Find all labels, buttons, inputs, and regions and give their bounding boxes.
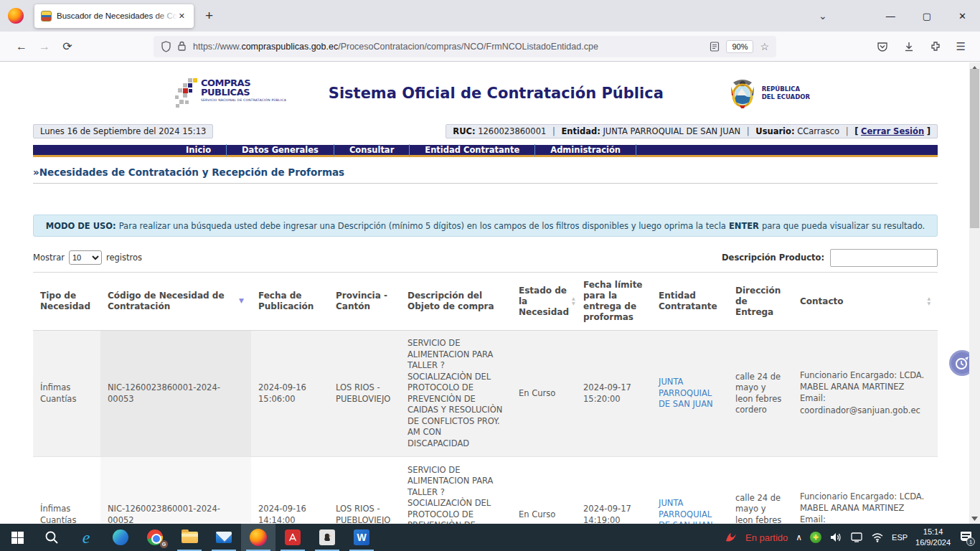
file-explorer-button[interactable] [172,524,207,551]
gov-line1: REPÚBLICA [762,85,810,93]
antivirus-tray-icon[interactable]: ✚ [810,532,821,543]
nav-item-administracion[interactable]: Administración [535,144,636,156]
product-description-label: Descripción Producto: [722,253,824,263]
system-tray: En partido ∧ ✚ ESP 15:14 16/9/2024 1 [725,527,980,548]
cell-codigo: NIC-1260023860001-2024-00053 [100,331,251,457]
pocket-icon[interactable] [877,41,888,52]
system-title: Sistema Oficial de Contratación Pública [286,85,727,102]
col-header-tipo[interactable]: Tipo de Necesidad [33,272,100,331]
col-header-codigo[interactable]: Código de Necesidad de Contratación▼ [100,272,251,331]
datetime-box: Lunes 16 de Septiembre del 2024 15:13 [33,124,213,138]
active-tab[interactable]: Buscador de Necesidades de Co ✕ [34,4,194,28]
windows-logo-icon [11,532,24,544]
cast-icon[interactable] [850,532,863,543]
cell-contacto: Funcionario Encargado: LCDA. MABEL ARANA… [793,457,938,524]
col-header-provincia[interactable]: Provincia - Cantón [329,272,400,331]
new-tab-button[interactable]: + [205,8,213,24]
firefox-button[interactable] [241,524,275,551]
forward-button[interactable]: → [33,40,56,53]
lock-icon[interactable] [177,41,187,52]
mail-button[interactable] [207,524,241,551]
mail-icon [216,532,232,543]
taskbar-search-button[interactable] [34,524,69,551]
bookmark-star-icon[interactable]: ☆ [760,41,769,52]
tray-chevron-up-icon[interactable]: ∧ [796,532,802,542]
page-scrollbar[interactable] [969,62,980,524]
firefox-logo-icon[interactable] [8,8,24,24]
extensions-icon[interactable] [930,41,941,52]
cell-descripcion: SERVICIO DE ALIMENTACION PARA TALLER ?SO… [400,457,512,524]
tray-time: 15:14 [915,527,951,537]
zoom-level-badge[interactable]: 90% [726,40,753,53]
laliga-icon[interactable] [725,531,738,544]
back-button[interactable]: ← [10,40,33,53]
toolbar-right-icons: ☰ [877,40,970,53]
col-header-descripcion[interactable]: Descripción del Objeto de compra [400,272,512,331]
col-header-direccion[interactable]: Dirección de Entrega [728,272,793,331]
results-table: Tipo de Necesidad Código de Necesidad de… [33,272,938,524]
word-button[interactable]: W [344,524,379,551]
cell-estado: En Curso [512,331,576,457]
scroll-down-icon[interactable] [969,513,980,524]
cell-fecha-limite: 2024-09-17 14:19:00 [576,457,651,524]
nav-item-datos-generales[interactable]: Datos Generales [227,144,334,156]
entidad-link[interactable]: JUNTA PARROQUIAL DE SAN JUAN [659,498,721,524]
user-label: Usuario: [755,126,794,136]
start-button[interactable] [0,524,34,551]
user-value: CCarrasco [797,126,839,136]
table-controls: Mostrar 10 registros Descripción Product… [33,248,938,267]
cell-contacto: Funcionario Encargado: LCDA. MABEL ARANA… [793,331,938,457]
windows-taskbar: e G W En partido ∧ ✚ ESP [0,524,980,551]
col-header-contacto[interactable]: Contacto▲▼ [793,272,938,331]
nav-item-inicio[interactable]: Inicio [171,144,226,156]
browser-toolbar: ← → ⟳ https://www.compraspublicas.gob.ec… [0,32,980,62]
nav-item-consultar[interactable]: Consultar [334,144,409,156]
maximize-button[interactable]: ▢ [909,11,945,22]
menu-hamburger-icon[interactable]: ☰ [956,40,966,53]
site-favicon-icon [41,11,52,22]
url-text: https://www.compraspublicas.gob.ec/Proce… [193,42,710,52]
downloads-icon[interactable] [903,41,915,52]
shield-icon[interactable] [161,41,171,52]
chrome-button[interactable]: G [138,524,172,551]
volume-icon[interactable] [829,532,842,543]
tab-close-icon[interactable]: ✕ [176,10,187,22]
status-row: Lunes 16 de Septiembre del 2024 15:13 RU… [33,123,938,139]
scrollbar-thumb[interactable] [970,69,979,228]
acrobat-button[interactable] [275,524,310,551]
entity-label: Entidad: [562,126,600,136]
folder-icon [182,532,198,543]
clock-icon [954,355,970,371]
list-tabs-chevron-icon[interactable]: ⌄ [805,10,841,22]
drawing-app-button[interactable] [310,524,344,551]
clock[interactable]: 15:14 16/9/2024 [915,527,951,548]
action-center-button[interactable]: 1 [958,531,973,544]
col-header-entidad[interactable]: Entidad Contratante [651,272,728,331]
cell-direccion: calle 24 de mayo y leon febres cordero [728,331,793,457]
url-bar[interactable]: https://www.compraspublicas.gob.ec/Proce… [154,36,776,57]
language-indicator[interactable]: ESP [892,533,908,542]
reload-button[interactable]: ⟳ [56,39,79,53]
compras-publicas-logo: COMPRAS PUBLICAS SERVICIO NACIONAL DE CO… [174,78,286,108]
internet-explorer-button[interactable]: e [69,524,103,551]
edge-button[interactable] [103,524,138,551]
col-header-fecha-publicacion[interactable]: Fecha de Publicación [251,272,329,331]
close-window-button[interactable]: ✕ [945,11,980,22]
col-header-estado[interactable]: Estado de la Necesidad▲▼ [512,272,576,331]
notification-count-badge: 1 [966,537,975,546]
sort-both-icon: ▲▼ [569,296,575,306]
nav-item-entidad-contratante[interactable]: Entidad Contratante [410,144,534,156]
sort-both-icon: ▲▼ [924,296,930,306]
tab-title-fade [154,4,178,28]
product-description-input[interactable] [830,249,938,267]
web-page: COMPRAS PUBLICAS SERVICIO NACIONAL DE CO… [0,62,980,524]
logout-link[interactable]: Cerrar Sesión [861,126,924,136]
reader-view-icon[interactable] [710,42,720,52]
cell-direccion: calle 24 de mayo y leon febres cordero [728,457,793,524]
minimize-button[interactable]: — [872,11,909,22]
col-header-fecha-limite[interactable]: Fecha límite para la entrega de proforma… [576,272,651,331]
entidad-link[interactable]: JUNTA PARROQUIAL DE SAN JUAN [659,377,721,410]
records-per-page-select[interactable]: 10 [69,250,102,265]
laliga-status-text[interactable]: En partido [745,532,788,543]
wifi-icon[interactable] [871,532,884,542]
